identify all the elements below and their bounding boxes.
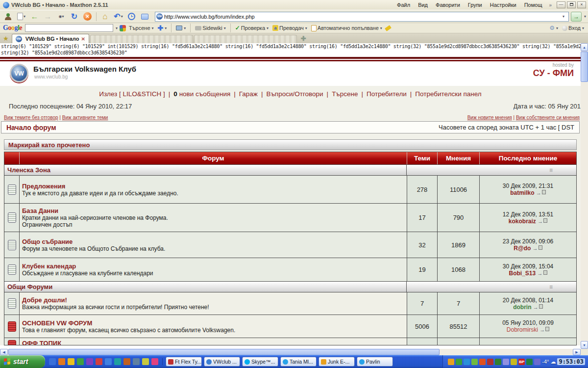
forum-row-partial[interactable]: ОФФ ТОПИК (4, 338, 576, 345)
forward-button[interactable]: → (42, 11, 54, 22)
quick-launch-icon[interactable] (105, 358, 112, 365)
forum-title-link[interactable]: ОСНОВЕН VW ФОРУМ (22, 319, 404, 327)
quick-launch-icon[interactable] (123, 358, 130, 365)
forum-title-link[interactable]: ОФФ ТОПИК (22, 340, 404, 345)
tray-icon[interactable] (471, 359, 478, 365)
last-post-user-link[interactable]: kokobraiz (509, 218, 536, 225)
last-post-user-link[interactable]: Dobromirski (507, 326, 538, 333)
task-button-flex[interactable]: Ft Flex Ty... (166, 357, 202, 367)
new-tab-button[interactable]: ▾ (15, 11, 27, 22)
snapshot-button[interactable] (139, 11, 151, 22)
forum-row[interactable]: ПредложенияТук е мястото да давате идеи … (4, 175, 576, 203)
toolbar-options-button[interactable]: ⚙▾ (548, 25, 559, 31)
translate-button[interactable]: aПреводач▾ (271, 25, 308, 31)
proxy-identity-button[interactable] (2, 11, 14, 22)
forum-row[interactable]: ОСНОВЕН VW ФОРУМТова е главният форум, к… (4, 315, 576, 338)
tray-icon[interactable] (534, 359, 540, 365)
last-post-user-link[interactable]: batmilko (510, 189, 534, 196)
google-search-input[interactable] (25, 24, 113, 32)
google-plus-button[interactable]: ✚▾ (157, 24, 168, 32)
tray-icon[interactable] (495, 359, 501, 365)
goto-last-post-icon[interactable]: → (536, 190, 546, 196)
tray-icon[interactable] (456, 359, 462, 365)
tab-inactive[interactable] (90, 35, 193, 43)
menu-view[interactable]: Вид (418, 2, 428, 8)
scroll-up-button[interactable]: ▲ (581, 43, 588, 51)
menu-help[interactable]: Помощ (524, 2, 542, 8)
forum-row[interactable]: Общо събраниеФорум за членовете на Общот… (4, 232, 576, 258)
quick-launch-icon[interactable] (68, 358, 74, 365)
forum-row[interactable]: Клубен календарОбсъждане и гласуване на … (4, 258, 576, 281)
quick-launch-icon[interactable] (133, 358, 140, 365)
menu-favorites[interactable]: Фаворити (436, 2, 460, 8)
google-sites-button[interactable]: ▾ (175, 26, 187, 30)
quick-launch-icon[interactable] (96, 358, 102, 365)
quick-launch-icon[interactable] (49, 358, 56, 365)
task-button-pavlin[interactable]: Pavlin (357, 357, 393, 367)
forum-row[interactable]: Добре дошли!Важна информация за всички г… (4, 292, 576, 315)
mark-read-bar[interactable]: Маркирай като прочетено (4, 139, 577, 150)
last-post-user-link[interactable]: Bobi_S13 (509, 270, 536, 277)
address-bar[interactable]: VW ▾ (155, 12, 569, 22)
vw-logo[interactable]: VW (10, 64, 28, 82)
tab-vwclub-active[interactable]: VW VWclub BG • Начало ✕ (12, 34, 89, 43)
menu-settings[interactable]: Настройки (490, 2, 516, 8)
goto-last-post-icon[interactable]: → (538, 270, 547, 276)
board-index-title[interactable]: Начало форум (6, 124, 56, 131)
search-history-chevron-icon[interactable]: ▾ (116, 26, 118, 30)
faq-link[interactable]: Въпроси/Отговори (266, 90, 323, 98)
close-button[interactable]: × (577, 1, 586, 8)
forum-title-link[interactable]: Предложения (22, 183, 404, 190)
menu-groups[interactable]: Групи (468, 2, 482, 8)
refresh-button[interactable]: ↻ (68, 11, 80, 22)
active-topics-link[interactable]: Виж активните теми (62, 115, 108, 120)
start-button[interactable]: start (0, 355, 45, 368)
horizontal-scrollbar[interactable]: ◀ ▶ (0, 349, 581, 355)
stop-button[interactable]: ✕ (81, 11, 94, 22)
tray-icon[interactable] (487, 359, 493, 365)
menu-file[interactable]: Файл (397, 2, 410, 8)
undo-closed-tab-button[interactable]: ↶▾ (112, 11, 124, 22)
goto-last-post-icon[interactable]: → (539, 327, 549, 333)
tray-icon[interactable] (464, 359, 470, 365)
address-dropdown-button[interactable]: ▾ (560, 12, 567, 21)
tray-icon[interactable] (448, 359, 454, 365)
go-button[interactable]: → (571, 12, 582, 22)
quick-launch-icon[interactable] (77, 358, 84, 365)
task-button-tania[interactable]: Tania Ml... (280, 357, 317, 367)
sidewiki-button[interactable]: Sidewiki▾ (194, 25, 226, 31)
forum-title-link[interactable]: База Данни (22, 207, 404, 214)
back-button[interactable]: ← (28, 11, 41, 22)
tray-icon[interactable] (479, 359, 486, 365)
tab-inactive[interactable] (194, 35, 297, 43)
task-button-vwclub[interactable]: VWclub ... (204, 357, 240, 367)
garage-link[interactable]: Гараж (239, 90, 258, 98)
scroll-right-button[interactable]: ▶ (573, 349, 581, 355)
scroll-down-button[interactable]: ▼ (581, 341, 588, 349)
tab-close-icon[interactable]: ✕ (81, 36, 85, 42)
scroll-left-button[interactable]: ◀ (0, 349, 8, 355)
minimize-button[interactable]: — (557, 1, 565, 8)
goto-last-post-icon[interactable]: → (538, 218, 547, 224)
quick-launch-icon[interactable] (151, 358, 158, 365)
last-post-user-link[interactable]: dobrin (513, 304, 531, 311)
history-dropdown-button[interactable]: ◉▾ (55, 11, 67, 22)
forum-title-link[interactable]: Добре дошли! (22, 296, 404, 304)
search-link[interactable]: Търсене (332, 90, 358, 98)
forum-row[interactable]: База ДанниКратки данни на най-сериозните… (4, 203, 576, 232)
quick-launch-icon[interactable] (58, 358, 65, 365)
ucp-link[interactable]: Потребителски панел (415, 90, 481, 98)
tray-icon[interactable] (511, 359, 517, 365)
forum-title-link[interactable]: Общо събрание (22, 238, 404, 245)
autofill-button[interactable]: Автоматично попълване▾ (310, 25, 383, 31)
quick-launch-icon[interactable] (114, 358, 121, 365)
goto-last-post-icon[interactable]: → (533, 245, 542, 251)
horizontal-scroll-thumb[interactable] (8, 349, 440, 355)
category-menu-icon[interactable]: ≡ (549, 167, 553, 174)
spellcheck-button[interactable]: ✓Проверка▾ (234, 25, 270, 31)
highlighter-icon[interactable] (385, 25, 392, 31)
last-post-user-link[interactable]: R@do (514, 245, 531, 252)
new-messages-link[interactable]: нови съобщения (179, 90, 231, 98)
url-input[interactable] (164, 14, 560, 20)
task-button-junk[interactable]: Junk E-... (318, 357, 355, 367)
